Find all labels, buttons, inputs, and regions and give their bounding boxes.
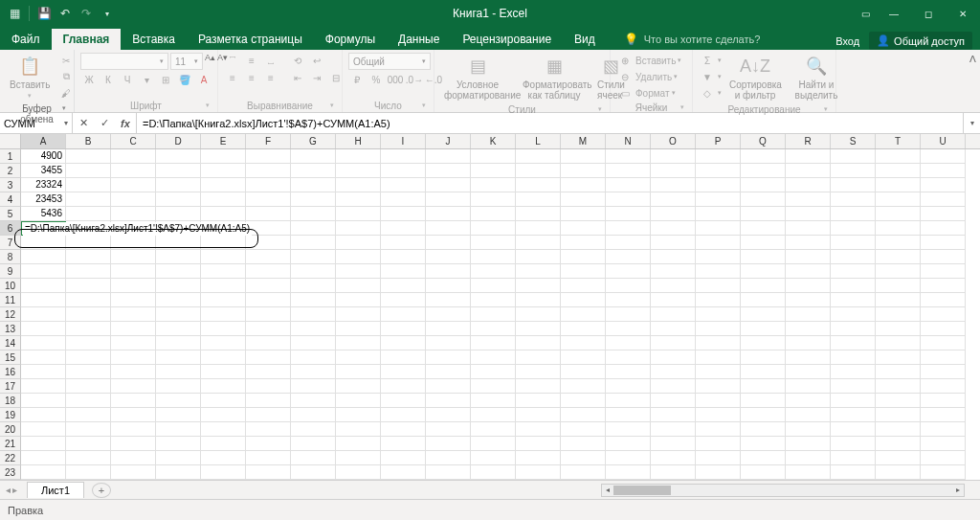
cell[interactable]: 23324 <box>21 178 66 192</box>
cell[interactable] <box>876 236 921 250</box>
cell[interactable] <box>201 149 246 164</box>
cell[interactable] <box>696 207 741 221</box>
sign-in[interactable]: Вход <box>835 35 859 47</box>
cell[interactable] <box>426 221 471 236</box>
cell[interactable] <box>201 279 246 293</box>
cell[interactable] <box>561 350 606 365</box>
cell[interactable] <box>201 422 246 437</box>
cell[interactable] <box>606 394 651 408</box>
cell[interactable] <box>741 379 786 394</box>
row-header[interactable]: 15 <box>0 350 21 365</box>
cell[interactable] <box>291 465 336 480</box>
row-header[interactable]: 16 <box>0 365 21 379</box>
cell[interactable] <box>21 236 66 250</box>
cell[interactable] <box>156 307 201 322</box>
minimize-icon[interactable]: — <box>877 0 911 27</box>
cell[interactable] <box>381 394 426 408</box>
cell[interactable] <box>201 465 246 480</box>
cell[interactable] <box>696 379 741 394</box>
cell[interactable] <box>246 279 291 293</box>
cell[interactable] <box>741 437 786 451</box>
cell[interactable] <box>156 149 201 164</box>
cell[interactable] <box>246 336 291 350</box>
cell[interactable] <box>66 322 111 336</box>
cell[interactable] <box>66 164 111 178</box>
horizontal-scrollbar[interactable]: ◂ ▸ <box>601 484 965 497</box>
column-header[interactable]: R <box>786 134 831 148</box>
column-header[interactable]: L <box>516 134 561 148</box>
cell[interactable] <box>516 336 561 350</box>
column-header[interactable]: T <box>876 134 921 148</box>
cell[interactable] <box>291 236 336 250</box>
cell[interactable] <box>246 408 291 422</box>
cell[interactable] <box>201 322 246 336</box>
cell[interactable] <box>516 221 561 236</box>
cell[interactable] <box>381 379 426 394</box>
cell[interactable] <box>246 379 291 394</box>
cell[interactable] <box>291 221 336 236</box>
cell[interactable] <box>606 422 651 437</box>
cell[interactable] <box>651 437 696 451</box>
cell[interactable] <box>876 379 921 394</box>
cell[interactable] <box>516 149 561 164</box>
cell[interactable] <box>291 350 336 365</box>
cell[interactable] <box>831 178 876 192</box>
expand-formula-bar-icon[interactable]: ▾ <box>963 113 980 133</box>
cell[interactable] <box>471 264 516 279</box>
cell[interactable] <box>561 264 606 279</box>
cell[interactable] <box>201 264 246 279</box>
cell[interactable] <box>21 250 66 264</box>
cell[interactable] <box>381 164 426 178</box>
cell[interactable] <box>426 164 471 178</box>
cell[interactable] <box>921 408 966 422</box>
cell[interactable] <box>291 207 336 221</box>
cell[interactable] <box>426 293 471 307</box>
cell[interactable] <box>21 293 66 307</box>
cell[interactable] <box>696 307 741 322</box>
cell[interactable] <box>66 250 111 264</box>
column-header[interactable]: S <box>831 134 876 148</box>
cell[interactable] <box>651 408 696 422</box>
cell[interactable] <box>471 422 516 437</box>
cell[interactable] <box>156 451 201 465</box>
cell[interactable] <box>111 307 156 322</box>
cell[interactable] <box>156 379 201 394</box>
row-header[interactable]: 4 <box>0 192 21 207</box>
cell[interactable] <box>246 236 291 250</box>
cell[interactable] <box>831 408 876 422</box>
increase-font-icon[interactable]: A▴ <box>205 53 215 70</box>
tell-me[interactable]: 💡 Что вы хотите сделать? <box>616 29 768 50</box>
cell[interactable] <box>291 192 336 207</box>
cell[interactable] <box>471 365 516 379</box>
cell[interactable] <box>921 279 966 293</box>
cell[interactable] <box>876 465 921 480</box>
cell[interactable] <box>876 164 921 178</box>
cell[interactable] <box>381 350 426 365</box>
cell[interactable] <box>66 408 111 422</box>
cell[interactable]: 3455 <box>21 164 66 178</box>
cell[interactable] <box>786 379 831 394</box>
cell[interactable] <box>336 408 381 422</box>
cell[interactable] <box>66 451 111 465</box>
cell[interactable] <box>201 164 246 178</box>
cell[interactable] <box>156 250 201 264</box>
cell[interactable] <box>606 451 651 465</box>
cell[interactable] <box>831 207 876 221</box>
cell[interactable] <box>831 336 876 350</box>
cell[interactable] <box>831 279 876 293</box>
cell[interactable] <box>111 451 156 465</box>
cell[interactable] <box>66 465 111 480</box>
cell[interactable] <box>21 437 66 451</box>
cell[interactable] <box>561 293 606 307</box>
cell[interactable] <box>381 336 426 350</box>
cell[interactable] <box>516 365 561 379</box>
cell[interactable] <box>561 279 606 293</box>
cell[interactable] <box>696 350 741 365</box>
cell[interactable] <box>246 207 291 221</box>
column-header[interactable]: D <box>156 134 201 148</box>
cell[interactable] <box>786 164 831 178</box>
cell[interactable] <box>246 451 291 465</box>
cell[interactable] <box>741 307 786 322</box>
cell[interactable] <box>291 451 336 465</box>
cell[interactable] <box>786 365 831 379</box>
